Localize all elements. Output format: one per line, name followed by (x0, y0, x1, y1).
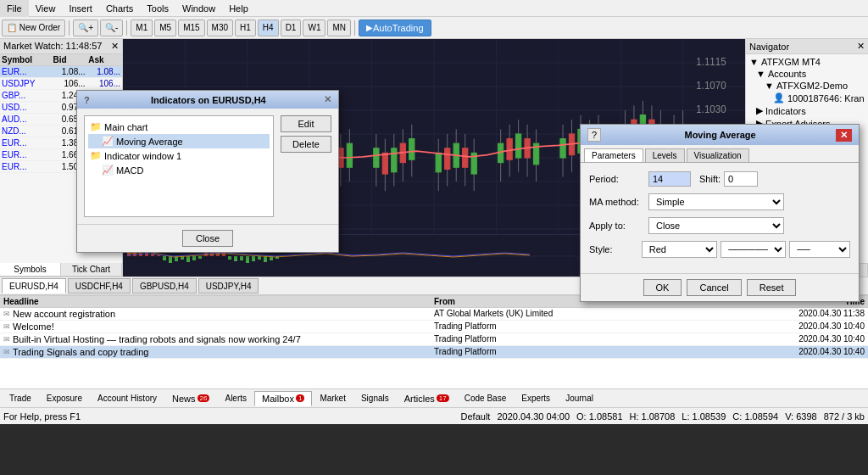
svg-rect-156 (258, 256, 261, 260)
svg-rect-79 (436, 153, 441, 171)
ma-dialog-close-button[interactable]: ✕ (836, 129, 852, 142)
tab-market[interactable]: Market (312, 391, 353, 406)
symbol-cell[interactable]: GBP... (2, 91, 52, 100)
chart-tab-eurusd[interactable]: EURUSD,H4 (2, 278, 66, 293)
close-button[interactable]: Close (182, 230, 233, 247)
market-watch-close-icon[interactable]: ✕ (111, 41, 119, 52)
style-label: Style: (589, 244, 642, 254)
chart-tab-usdchf[interactable]: USDCHF,H4 (68, 278, 131, 293)
tree-folder-indicator-window[interactable]: 📁 Indicator window 1 (88, 148, 270, 163)
new-order-button[interactable]: 📋 AutoTradingNew Order (2, 20, 65, 36)
tab-parameters[interactable]: Parameters (584, 148, 643, 162)
tab-tick-chart[interactable]: Tick Chart (61, 263, 122, 276)
tree-leaf-moving-average[interactable]: 📈 Moving Average (88, 134, 270, 148)
d1-button[interactable]: D1 (281, 20, 302, 36)
tab-alerts[interactable]: Alerts (217, 391, 254, 406)
indicator-icon-2: 📈 (102, 165, 114, 176)
m1-button[interactable]: M1 (131, 20, 153, 36)
h4-button[interactable]: H4 (258, 20, 279, 36)
symbol-cell[interactable]: EUR... (2, 162, 52, 171)
tree-leaf-macd[interactable]: 📈 MACD (88, 163, 270, 177)
symbol-cell[interactable]: NZD... (2, 126, 52, 136)
ma-dialog-footer: OK Cancel Reset (581, 273, 859, 301)
indicators-dialog-close-icon[interactable]: ✕ (324, 94, 331, 105)
tab-articles[interactable]: Articles 17 (397, 391, 457, 406)
period-input[interactable] (648, 171, 691, 187)
line-width-select[interactable]: ── ═══ (789, 241, 850, 258)
m30-button[interactable]: M30 (207, 20, 233, 36)
symbol-cell[interactable]: USD... (2, 103, 52, 112)
tab-journal[interactable]: Journal (558, 391, 601, 406)
tab-trade[interactable]: Trade (2, 391, 39, 406)
nav-item-accounts[interactable]: ▼ Accounts (748, 68, 866, 80)
ok-button[interactable]: OK (643, 279, 682, 296)
moving-average-dialog[interactable]: ? Moving Average ✕ Parameters Levels Vis… (580, 124, 860, 302)
tab-account-history[interactable]: Account History (90, 391, 164, 406)
symbol-cell[interactable]: EUR... (2, 150, 52, 159)
table-row[interactable]: ✉ Welcome! Trading Platform 2020.04.30 1… (0, 321, 868, 333)
toolbar-separator (69, 20, 70, 36)
line-style-select[interactable]: ────── - - - - ······· (721, 241, 786, 258)
menu-insert[interactable]: Insert (62, 0, 99, 17)
nav-item-atfxgm[interactable]: ▼ ATFXGM MT4 (748, 56, 866, 68)
menu-file[interactable]: File (0, 0, 29, 17)
table-row[interactable]: ✉ New account registration AT Global Mar… (0, 308, 868, 321)
tab-experts[interactable]: Experts (514, 391, 558, 406)
statusbar-volume: V: 6398 (785, 411, 817, 422)
tab-levels[interactable]: Levels (645, 148, 685, 162)
terminal-tabs-bar: Trade Exposure Account History News 26 A… (0, 388, 868, 407)
nav-item-atfxgm-demo[interactable]: ▼ ATFXGM2-Demo (748, 80, 866, 92)
tab-news[interactable]: News 26 (164, 391, 217, 406)
ask-col-header: Ask (86, 54, 122, 65)
menu-view[interactable]: View (29, 0, 63, 17)
ma-help-button[interactable]: ? (587, 128, 601, 142)
cancel-button[interactable]: Cancel (687, 279, 741, 296)
indicators-dialog[interactable]: ? Indicators on EURUSD,H4 ✕ 📁 Main chart… (76, 90, 339, 253)
chart-tab-usdjpy[interactable]: USDJPY,H4 (198, 278, 259, 293)
table-row[interactable]: ✉ Trading Signals and copy trading Tradi… (0, 346, 868, 359)
ma-method-select[interactable]: Simple Exponential Smoothed Linear Weigh… (648, 193, 784, 210)
chart-zoom-out-button[interactable]: 🔍- (100, 20, 123, 36)
w1-button[interactable]: W1 (303, 20, 326, 36)
symbol-cell[interactable]: EUR... (2, 138, 52, 148)
symbol-cell[interactable]: AUD... (2, 115, 52, 124)
help-btn[interactable]: ? (84, 95, 90, 105)
menu-charts[interactable]: Charts (99, 0, 140, 17)
tab-code-base[interactable]: Code Base (457, 391, 514, 406)
apply-to-select[interactable]: Close Open High Low (648, 217, 784, 234)
nav-item-account-kran[interactable]: 👤 1000187646: Kran (748, 92, 866, 104)
chart-zoom-in-button[interactable]: 🔍+ (73, 20, 98, 36)
menu-window[interactable]: Window (175, 0, 222, 17)
h1-button[interactable]: H1 (235, 20, 256, 36)
tab-exposure[interactable]: Exposure (39, 391, 90, 406)
navigator-close-icon[interactable]: ✕ (857, 41, 865, 52)
reset-button[interactable]: Reset (747, 279, 797, 296)
tab-visualization[interactable]: Visualization (687, 148, 749, 162)
delete-button[interactable]: Delete (281, 136, 331, 153)
menu-help[interactable]: Help (222, 0, 255, 17)
symbol-cell[interactable]: EUR... (2, 67, 52, 76)
tab-symbols[interactable]: Symbols (0, 263, 61, 276)
nav-item-indicators[interactable]: ▶ Indicators (748, 104, 866, 117)
table-row[interactable]: ✉ Built-in Virtual Hosting — trading rob… (0, 333, 868, 346)
chart-tab-gbpusd[interactable]: GBPUSD,H4 (132, 278, 197, 293)
tab-signals[interactable]: Signals (353, 391, 397, 406)
account-icon: 👤 (773, 92, 785, 103)
ma-dialog-title: ? Moving Average ✕ (581, 125, 859, 145)
mn-button[interactable]: MN (327, 20, 351, 36)
news-headline-cell: ✉ Built-in Virtual Hosting — trading rob… (3, 334, 434, 344)
autotrading-button[interactable]: ▶ AutoTrading (359, 20, 431, 36)
shift-input[interactable] (724, 171, 758, 187)
edit-button[interactable]: Edit (281, 115, 331, 132)
symbol-cell[interactable]: USDJPY (2, 79, 52, 88)
tree-folder-main-chart[interactable]: 📁 Main chart (88, 120, 270, 134)
tab-mailbox[interactable]: Mailbox 1 (254, 391, 312, 406)
color-select[interactable]: Red Blue Green (642, 241, 717, 258)
list-item[interactable]: EUR... 1.08... 1.08... (0, 66, 122, 78)
ask-cell: 106... (87, 79, 120, 88)
news-from-cell: AT Global Markets (UK) Limited (434, 309, 721, 319)
list-item[interactable]: USDJPY 106... 106... (0, 78, 122, 90)
m15-button[interactable]: M15 (178, 20, 204, 36)
menu-tools[interactable]: Tools (140, 0, 175, 17)
m5-button[interactable]: M5 (154, 20, 176, 36)
